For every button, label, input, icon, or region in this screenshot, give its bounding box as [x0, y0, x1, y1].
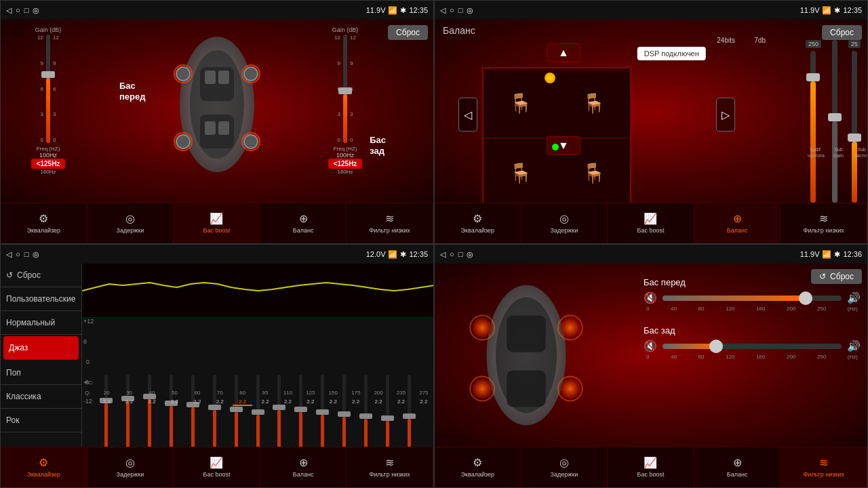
- tab-equalizer-p4[interactable]: ⚙ Эквалайзер: [435, 447, 521, 487]
- square-icon-p4[interactable]: □: [458, 250, 463, 258]
- reset-icon: ↺: [6, 270, 13, 280]
- eq-bar-14[interactable]: [378, 375, 397, 447]
- tab-bass-p4[interactable]: 📈 Бас boost: [608, 447, 694, 487]
- db-label-6: 6: [83, 338, 87, 345]
- preset-custom[interactable]: Пользовательские: [1, 287, 81, 311]
- refresh-icon-p3[interactable]: ◎: [33, 250, 39, 259]
- tab-balance-p4[interactable]: ⊕ Баланс: [694, 447, 781, 487]
- tab-filter-p1[interactable]: ≋ Фильтр низких: [347, 203, 433, 243]
- home-icon-p4[interactable]: ○: [450, 250, 454, 258]
- home-icon[interactable]: ○: [16, 6, 20, 14]
- tab-delay-p3[interactable]: ◎ Задержки: [87, 447, 174, 487]
- tab-equalizer-p1[interactable]: ⚙ Эквалайзер: [1, 203, 87, 243]
- svg-point-11: [244, 135, 258, 148]
- square-icon-p3[interactable]: □: [24, 250, 29, 258]
- panel-bass-boost: ◁ ○ □ ◎ 11.9V 📶 ✱ 12:35 Сброс Gain (dB) …: [0, 0, 434, 244]
- tab-delay-p2[interactable]: ◎ Задержки: [521, 203, 608, 243]
- slider-track-3[interactable]: [852, 51, 857, 203]
- refresh-icon-p2[interactable]: ◎: [467, 6, 473, 15]
- svg-rect-19: [507, 371, 546, 407]
- eq-bar-11[interactable]: [313, 375, 332, 447]
- speaker-icon-rear[interactable]: 🔊: [847, 340, 861, 352]
- right-slider-thumb[interactable]: [338, 87, 352, 94]
- rear-freq-slider[interactable]: [663, 344, 842, 349]
- eq-bar-10[interactable]: [292, 375, 310, 447]
- back-icon-p3[interactable]: ◁: [6, 250, 12, 259]
- slider-track-1[interactable]: [810, 51, 816, 203]
- front-freq-slider[interactable]: [663, 296, 842, 301]
- home-icon-p2[interactable]: ○: [450, 6, 454, 14]
- eq-bar-13[interactable]: [357, 375, 375, 447]
- reset-button-p1[interactable]: Сброс: [388, 25, 428, 40]
- balance-focus-dot[interactable]: [545, 73, 555, 83]
- tab-balance-p3[interactable]: ⊕ Баланс: [260, 447, 347, 487]
- tab-filter-p3[interactable]: ≋ Фильтр низких: [347, 447, 433, 487]
- panel-balance: ◁ ○ □ ◎ 11.9V 📶 ✱ 12:35 Баланс Сброс ▲ D…: [434, 0, 868, 244]
- eq-bar-12[interactable]: [335, 375, 353, 447]
- freq-selected-left[interactable]: <125Hz: [31, 159, 66, 169]
- freq-selected-right[interactable]: <125Hz: [328, 159, 363, 169]
- preset-normal[interactable]: Нормальный: [1, 311, 81, 335]
- slider-track-2[interactable]: [832, 40, 837, 203]
- slider-val-25: 25: [848, 40, 861, 48]
- eq-reset-btn[interactable]: ↺ Сброс: [1, 264, 81, 287]
- speaker-mute-rear[interactable]: 🔇: [644, 340, 657, 352]
- preset-rock[interactable]: Рок: [1, 409, 81, 432]
- home-icon-p3[interactable]: ○: [16, 250, 20, 258]
- eq-bar-15[interactable]: [400, 375, 418, 447]
- svg-rect-7: [218, 121, 229, 135]
- left-slider-group: Gain (dB) 12 9 6 3 0 12 9 6 3: [14, 26, 82, 175]
- panel-equalizer: ◁ ○ □ ◎ 12.0V 📶 ✱ 12:35 ↺ Сброс Пользова…: [0, 244, 434, 488]
- wifi-icon-p3: 📶: [388, 250, 397, 259]
- delay-icon: ◎: [125, 212, 135, 225]
- tab-delay-p4[interactable]: ◎ Задержки: [521, 447, 608, 487]
- tab-balance-p2[interactable]: ⊕ Баланс: [694, 203, 781, 243]
- preset-classic[interactable]: Классика: [1, 385, 81, 409]
- tab-equalizer-p2[interactable]: ⚙ Эквалайзер: [435, 203, 521, 243]
- battery-label-p3: 12.0V: [366, 250, 386, 258]
- freq-label-left: Freq (HZ): [37, 146, 60, 152]
- svg-rect-6: [205, 121, 216, 135]
- reset-button-p4[interactable]: ↺ Сброс: [811, 269, 862, 284]
- eq-bar-1[interactable]: [97, 375, 115, 447]
- tab-bass-p2[interactable]: 📈 Бас boost: [608, 203, 694, 243]
- speaker-mute-front[interactable]: 🔇: [644, 291, 657, 304]
- tab-bass-p1[interactable]: 📈 Бас boost: [174, 203, 260, 243]
- preset-pop[interactable]: Поп: [1, 361, 81, 385]
- slider-label-subgain: SubGain: [833, 147, 844, 159]
- back-icon-p4[interactable]: ◁: [440, 250, 446, 259]
- reset-button-p2[interactable]: Сброс: [822, 25, 862, 40]
- eq-bar-3[interactable]: [140, 375, 159, 447]
- balance-title: Баланс: [443, 25, 475, 36]
- tab-filter-p2[interactable]: ≋ Фильтр низких: [781, 203, 867, 243]
- square-icon-p2[interactable]: □: [458, 6, 463, 14]
- balance-right-arrow[interactable]: ▷: [716, 98, 735, 131]
- balance-up-arrow[interactable]: ▲: [547, 43, 580, 62]
- left-slider-thumb[interactable]: [41, 71, 55, 78]
- eq-bar-6[interactable]: [205, 375, 224, 447]
- eq-bar-8[interactable]: [249, 375, 267, 447]
- eq-bar-4[interactable]: [162, 375, 180, 447]
- db-label-12: +12: [83, 318, 94, 325]
- speaker-icon-front[interactable]: 🔊: [847, 291, 861, 304]
- tab-balance-p1[interactable]: ⊕ Баланс: [260, 203, 347, 243]
- eq-bar-5[interactable]: [184, 375, 202, 447]
- square-icon[interactable]: □: [24, 6, 29, 14]
- tab-filter-p4[interactable]: ≋ Фильтр низких: [781, 447, 867, 487]
- refresh-icon[interactable]: ◎: [33, 6, 39, 15]
- eq-bar-2[interactable]: [119, 375, 137, 447]
- back-icon-p2[interactable]: ◁: [440, 6, 446, 15]
- eq-bar-7[interactable]: [227, 375, 245, 447]
- refresh-icon-p4[interactable]: ◎: [467, 250, 473, 259]
- eq-sidebar: ↺ Сброс Пользовательские Нормальный Джаз…: [1, 264, 82, 447]
- fc-label: FC:: [85, 380, 94, 386]
- tab-bass-p3[interactable]: 📈 Бас boost: [174, 447, 260, 487]
- eq-bar-9[interactable]: [271, 375, 289, 447]
- back-icon[interactable]: ◁: [6, 6, 12, 15]
- tab-delay-p1[interactable]: ◎ Задержки: [87, 203, 174, 243]
- preset-jazz[interactable]: Джаз: [3, 336, 79, 360]
- balance-left-arrow[interactable]: ◁: [458, 98, 477, 131]
- tab-equalizer-p3[interactable]: ⚙ Эквалайзер: [1, 447, 87, 487]
- bass-icon-p4: 📈: [644, 456, 657, 469]
- time-p1: 12:35: [409, 6, 428, 14]
